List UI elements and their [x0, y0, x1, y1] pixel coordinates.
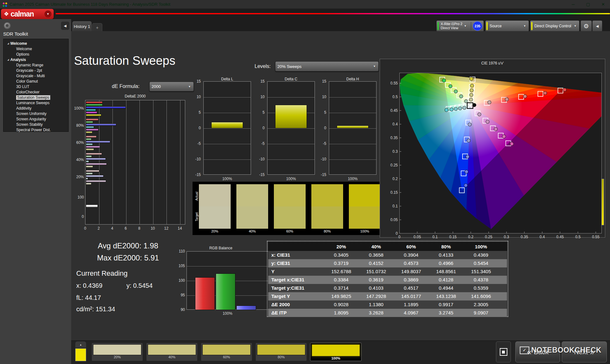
sidebar-item-saturation-sweeps[interactable]: Saturation Sweeps: [3, 95, 68, 100]
rgb-x-label: 100%: [186, 311, 268, 316]
delta_l-x-label: 100%: [203, 177, 251, 181]
de2000-x-tick: 10: [148, 226, 157, 231]
maximize-button[interactable]: ▢: [586, 2, 590, 7]
display-control-dropdown[interactable]: Direct Display Control ▼: [530, 20, 580, 32]
delta_l-y-tick: 0: [190, 126, 201, 130]
calman-menu-button[interactable]: ❖ calman ▼: [1, 9, 54, 19]
add-tab-button[interactable]: +: [92, 23, 102, 31]
cie-measured-magenta: [478, 113, 481, 116]
table-row-label: y: CIE31: [271, 260, 290, 266]
actual-color: [274, 184, 306, 206]
sidebar-item-color-gamut[interactable]: Color Gamut: [3, 78, 68, 84]
collapse-panel-button[interactable]: ◀: [592, 20, 602, 32]
cie-x-tick: 0.1: [429, 235, 441, 239]
settings-button[interactable]: ⚙: [580, 20, 592, 32]
de2000-bar-100%-blue: [86, 106, 126, 109]
swatch-patch-label: 40%: [236, 229, 268, 233]
levels-dropdown[interactable]: 20% Sweeps ▼: [275, 61, 379, 71]
table-cell: 0.3869: [394, 277, 429, 282]
meter-count-badge[interactable]: 235: [473, 21, 482, 31]
pattern-button-80%[interactable]: 80%: [255, 343, 307, 361]
de2000-bar-20%-red: [86, 170, 99, 172]
sidebar-item-screen-stability[interactable]: Screen Stability: [3, 122, 68, 127]
rainbow-accent-strip: [56, 13, 610, 14]
cie-measured-red: [523, 95, 527, 98]
sidebar-item-welcome[interactable]: ◢Welcome: [3, 41, 68, 46]
sidebar-item-dynamic-range[interactable]: Dynamic Range: [3, 62, 68, 68]
chevron-down-icon: ▼: [574, 24, 577, 28]
de2000-chart: [85, 100, 185, 225]
cie-measured-blue: [466, 155, 469, 158]
pattern-button-100%[interactable]: 100%: [310, 343, 362, 361]
back-button[interactable]: « Back: [515, 341, 560, 362]
de2000-group-label: 80%: [72, 123, 84, 128]
sidebar-item-grayscale-multi[interactable]: Grayscale - Multi: [3, 73, 68, 78]
de2000-chart-title: DeltaE 2000: [85, 94, 185, 98]
sidebar-item-luminance-sweeps[interactable]: Luminance Sweeps: [3, 100, 68, 105]
calman-menu-arrow-icon: ▼: [44, 10, 51, 17]
sidebar-collapse-button[interactable]: ◀: [61, 22, 69, 30]
source-dropdown[interactable]: Source ▼: [485, 20, 529, 32]
pattern-window-button[interactable]: [496, 341, 511, 362]
sidebar-item-welcome[interactable]: Welcome: [3, 46, 68, 51]
sidebar-item-grayscale-2pt[interactable]: Grayscale - 2pt: [3, 68, 68, 73]
de-formula-value: 2000: [152, 84, 161, 89]
sidebar-item-additivity[interactable]: Additivity: [3, 105, 68, 111]
tree-expand-icon[interactable]: ◢: [7, 58, 9, 61]
delta_c-y-tick: 15: [254, 79, 265, 84]
meter-dropdown[interactable]: X-Rite i1Pro 2 Direct View ▼ 235: [436, 20, 484, 32]
next-button[interactable]: Next »: [562, 341, 607, 362]
cie-measured-green: [442, 79, 446, 82]
cie-y-tick: 0.05: [384, 218, 398, 222]
target-color: [349, 206, 381, 229]
gridline: [99, 100, 99, 224]
table-cell: 3.2628: [359, 310, 394, 315]
expand-pattern-tray-button[interactable]: ▲: [75, 341, 86, 348]
cie-chart-panel: CIE 1976 u'v' 00.050.10.150.20.250.30.35…: [380, 59, 605, 238]
delta_l-title: Delta L: [203, 77, 251, 81]
close-button[interactable]: ✕: [601, 2, 605, 7]
sidebar-item-spectral-power-dist-[interactable]: Spectral Power Dist.: [3, 127, 68, 132]
sidebar-item-analysis[interactable]: ◢Analysis: [3, 57, 68, 62]
sidebar-item-colorchecker[interactable]: ColorChecker: [3, 89, 68, 95]
current-fl: fL: 44.17: [76, 294, 101, 301]
delta_c-title: Delta C: [267, 77, 315, 81]
gridline: [153, 100, 153, 224]
cie-measured-magenta: [502, 135, 506, 138]
sidebar-item-3d-lut[interactable]: 3D LUT: [3, 84, 68, 89]
tree-expand-icon[interactable]: ◢: [7, 42, 9, 45]
delta_h-y-tick: 5: [315, 110, 326, 115]
sidebar-item-screen-uniformity[interactable]: Screen Uniformity: [3, 111, 68, 116]
delta_h-bar: [337, 125, 369, 128]
rgb-y-tick: 100: [173, 278, 185, 283]
pattern-button-60%[interactable]: 60%: [201, 343, 252, 361]
cie-measured-cyan: [463, 106, 466, 110]
window-icon: [500, 348, 507, 356]
table-cell: 4.0967: [394, 310, 429, 315]
meter-name: X-Rite i1Pro 2: [441, 22, 462, 26]
delta_l-chart: [203, 81, 251, 175]
sidebar-item-screen-angularity[interactable]: Screen Angularity: [3, 116, 68, 122]
tab-history-1[interactable]: History 1: [72, 21, 92, 31]
minimize-button[interactable]: ─: [572, 2, 575, 7]
cie-measured-red: [543, 91, 547, 95]
table-row-label: x: CIE31: [271, 252, 290, 258]
current-pattern-swatch[interactable]: [75, 348, 86, 361]
table-cell: 0.4966: [429, 260, 464, 266]
de-formula-dropdown[interactable]: 2000 ▼: [149, 82, 194, 91]
de-formula-label: dE Formula:: [112, 84, 139, 89]
de2000-group-label: 0: [72, 214, 84, 219]
cie-y-tick: 0.25: [384, 163, 398, 167]
sidebar-item-options[interactable]: Options: [3, 51, 68, 57]
cie-x-tick: 0.3: [500, 235, 513, 239]
de2000-bar-100-red: [86, 205, 98, 207]
cie-measured-yellow: [470, 84, 474, 87]
table-cell: 3.2745: [429, 310, 464, 315]
gridline: [204, 159, 251, 160]
de2000-x-tick: 6: [121, 226, 130, 231]
pattern-button-20%[interactable]: 20%: [92, 343, 143, 361]
main-content: Saturation Sweeps Levels: 20% Sweeps ▼ d…: [71, 31, 610, 340]
workflow-button[interactable]: [4, 22, 11, 29]
pattern-button-40%[interactable]: 40%: [146, 343, 198, 361]
display-control-label: Direct Display Control: [534, 24, 571, 28]
